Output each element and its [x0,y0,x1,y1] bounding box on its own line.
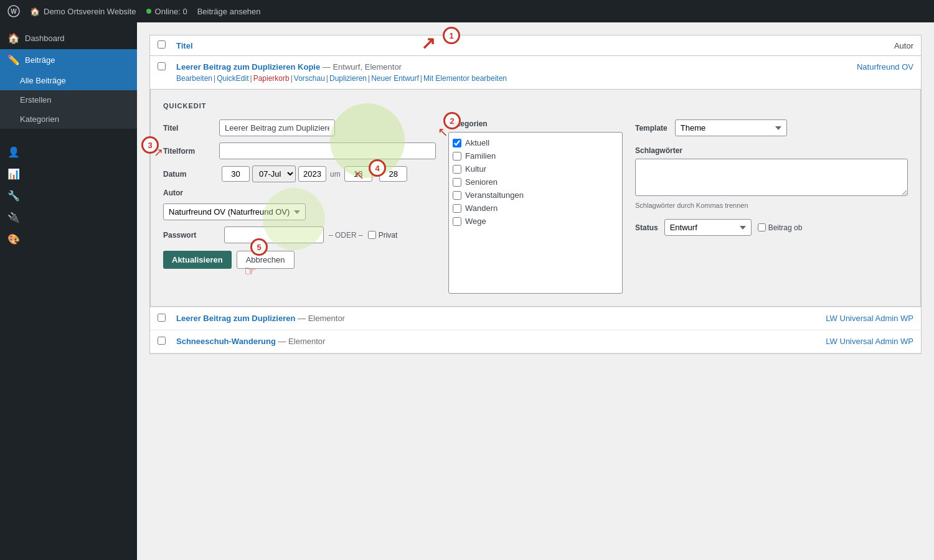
kategorie-kultur-label: Kultur [465,164,486,174]
sidebar-item-erstellen[interactable]: Erstellen [0,90,137,110]
sidebar-item-label-dashboard: Dashboard [25,34,65,43]
post1-bearbeiten[interactable]: Bearbeiten [176,74,212,83]
quickedit-panel: QUICKEDIT Titel 2 ↖ [150,89,921,307]
kategorie-veranstaltungen[interactable]: Veranstaltungen [453,189,618,202]
beitrag-oben-checkbox[interactable] [758,223,766,231]
plugins-icon: 🔌 [7,212,20,223]
post1-neuer-entwurf[interactable]: Neuer Entwurf [371,74,419,83]
cursor-5: ☞ [244,263,257,279]
status-row: Status Entwurf Veröffentlicht Ausstehend… [635,219,908,236]
passwort-row: Passwort – ODER – Privat [163,226,436,243]
status-select[interactable]: Entwurf Veröffentlicht Ausstehend [664,219,752,236]
appearance-icon: 🎨 [7,233,20,245]
beitraege-icon: ✏️ [7,54,20,66]
kategorie-kultur-checkbox[interactable] [453,165,461,174]
kategorie-senioren-checkbox[interactable] [453,178,461,187]
titelform-input[interactable] [219,142,436,159]
quickedit-grid: Titel 2 ↖ [163,119,908,294]
sidebar-item-dashboard[interactable]: 🏠 Dashboard [0,27,137,49]
datum-um: um [330,170,341,179]
post3-status: — Elementor [278,337,326,346]
schlagwoerter-section: Schlagwörter Schlagwörter durch Kommas t… [635,146,908,209]
post2-content: Leerer Beitrag zum Duplizieren — Element… [176,314,820,323]
post1-duplizieren[interactable]: Duplizieren [329,74,367,83]
tools-icon: 🔧 [7,190,20,202]
datum-month-select[interactable]: 07-Jul [252,166,296,182]
kategorie-senioren[interactable]: Senioren [453,175,618,189]
kategorie-wandern[interactable]: Wandern [453,202,618,215]
quickedit-right: Template Theme Elementor Canvas Elemento… [635,119,908,294]
titel-input-container: 2 ↖ [219,119,436,136]
kategorie-familien[interactable]: Familien [453,149,618,162]
sidebar-item-beitraege[interactable]: ✏️ Beiträge [0,49,137,71]
sidebar-item-tools[interactable]: 🔧 [0,185,137,207]
post3-checkbox[interactable] [158,337,166,345]
kategorie-wege-label: Wege [465,217,486,226]
datum-year-input[interactable] [298,166,326,182]
sidebar-item-user[interactable]: 👤 [0,141,137,163]
alle-beitraege-label: Alle Beiträge [20,76,66,85]
kategorie-veranstaltungen-checkbox[interactable] [453,191,461,200]
annotation-2: 2 [443,112,461,129]
post3-title-row: Schneeschuh-Wanderung — Elementor [176,337,820,346]
annotation-1: 1 [443,27,460,44]
online-status[interactable]: Online: 0 [146,7,187,16]
kategorie-familien-checkbox[interactable] [453,152,461,161]
post2-checkbox-col [158,314,176,324]
kategorie-wege-checkbox[interactable] [453,217,461,226]
post1-papierkorb[interactable]: Papierkorb [253,74,290,83]
select-all-checkbox[interactable] [158,40,166,49]
privat-checkbox[interactable] [368,231,376,239]
kategorie-senioren-label: Senioren [465,177,498,187]
post3-content: Schneeschuh-Wanderung — Elementor [176,337,820,346]
kategorie-kultur[interactable]: Kultur [453,162,618,175]
post1-checkbox-col [158,62,176,72]
wp-logo-link[interactable]: W [7,5,20,17]
post3-title-link[interactable]: Schneeschuh-Wanderung [176,337,276,346]
post1-autor: Naturfreund OV [820,62,913,72]
sidebar-item-plugins[interactable]: 🔌 [0,207,137,228]
autor-select[interactable]: Naturfreund OV (Naturfreund OV) LW Unive… [163,203,306,220]
autor-label: Autor [163,189,219,197]
erstellen-label: Erstellen [20,95,52,105]
kategorie-wandern-checkbox[interactable] [453,204,461,213]
template-label: Template [635,124,667,133]
home-link[interactable]: 🏠 Demo Ortsverein Website [30,7,136,16]
kategorie-aktuell-checkbox[interactable] [453,139,461,147]
arrow-4: ↖ [355,169,364,182]
sidebar-sub-beitraege: Alle Beiträge Erstellen Kategorien [0,71,137,129]
passwort-input[interactable] [224,226,324,243]
sidebar-item-appearance[interactable]: 🎨 [0,228,137,250]
passwort-oder: – ODER – [329,231,363,240]
quickedit-middle: Kategorien Aktuell Familien [448,119,623,294]
sidebar-item-label-beitraege: Beiträge [25,55,55,65]
kategorie-aktuell-label: Aktuell [465,138,489,147]
titel-input[interactable] [219,119,335,136]
post1-mit-elementor[interactable]: Mit Elementor bearbeiten [423,74,507,83]
schlagwoerter-textarea[interactable] [635,159,908,196]
cursor-1: ↗ [421,33,435,54]
sidebar-item-kategorien[interactable]: Kategorien [0,110,137,129]
post-row-1: Leerer Beitrag zum Duplizieren Kopie — E… [150,56,921,307]
post3-checkbox-col [158,337,176,347]
post-row-2: Leerer Beitrag zum Duplizieren — Element… [150,307,921,330]
kategorie-aktuell[interactable]: Aktuell [453,136,618,149]
aktualisieren-button[interactable]: Aktualisieren [163,251,232,269]
post2-checkbox[interactable] [158,314,166,322]
template-select[interactable]: Theme Elementor Canvas Elementor Full Wi… [675,119,787,136]
post-row-1-main: Leerer Beitrag zum Duplizieren Kopie — E… [150,56,921,89]
kategorien-list[interactable]: Aktuell Familien Kultur [448,132,623,294]
post1-quickedit[interactable]: QuickEdit [217,74,248,83]
post1-checkbox[interactable] [158,62,166,70]
sidebar-item-alle-beitraege[interactable]: Alle Beiträge [0,71,137,90]
datum-label: Datum [163,170,219,179]
titelform-label: Titelform [163,147,219,156]
datum-day-input[interactable] [222,166,250,182]
sidebar-item-chart[interactable]: 📊 [0,163,137,185]
post1-vorschau[interactable]: Vorschau [294,74,325,83]
post1-title-link[interactable]: Leerer Beitrag zum Duplizieren Kopie [176,62,320,72]
post2-title-link[interactable]: Leerer Beitrag zum Duplizieren [176,314,295,323]
admin-bar: W 🏠 Demo Ortsverein Website Online: 0 Be… [0,0,934,22]
view-posts-link[interactable]: Beiträge ansehen [197,7,261,16]
kategorie-wege[interactable]: Wege [453,215,618,228]
